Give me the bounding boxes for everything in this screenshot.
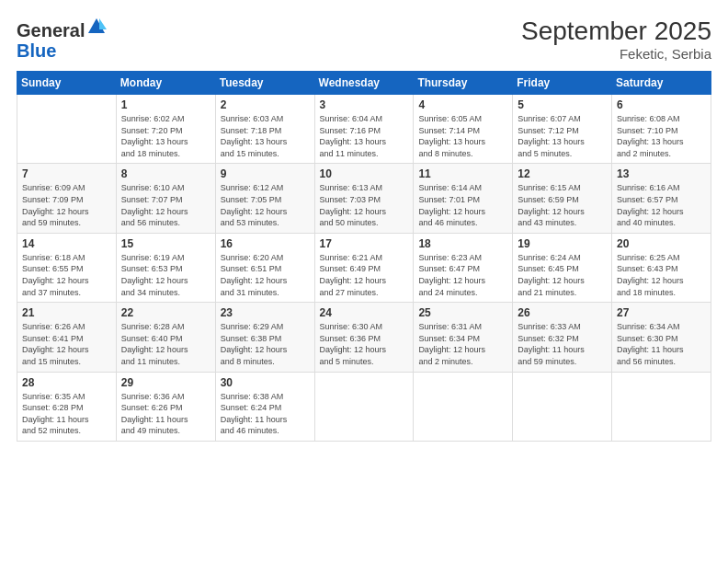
day-number: 29 [121,376,210,389]
day-number: 27 [617,306,706,319]
calendar-cell: 21Sunrise: 6:26 AM Sunset: 6:41 PM Dayli… [17,303,117,372]
calendar-week-row: 28Sunrise: 6:35 AM Sunset: 6:28 PM Dayli… [17,372,711,441]
calendar-cell: 7Sunrise: 6:09 AM Sunset: 7:09 PM Daylig… [17,164,117,233]
cell-info: Sunrise: 6:02 AM Sunset: 7:20 PM Dayligh… [121,113,210,159]
calendar-cell: 12Sunrise: 6:15 AM Sunset: 6:59 PM Dayli… [513,164,612,233]
calendar-cell: 23Sunrise: 6:29 AM Sunset: 6:38 PM Dayli… [215,303,314,372]
weekday-header: Thursday [414,72,513,95]
weekday-header: Wednesday [314,72,414,95]
calendar-cell: 29Sunrise: 6:36 AM Sunset: 6:26 PM Dayli… [116,372,215,441]
day-number: 5 [518,98,607,111]
calendar-week-row: 1Sunrise: 6:02 AM Sunset: 7:20 PM Daylig… [17,95,711,164]
day-number: 9 [221,167,310,180]
cell-info: Sunrise: 6:04 AM Sunset: 7:16 PM Dayligh… [320,113,409,159]
calendar-week-row: 14Sunrise: 6:18 AM Sunset: 6:55 PM Dayli… [17,233,711,302]
cell-info: Sunrise: 6:14 AM Sunset: 7:01 PM Dayligh… [418,182,507,228]
location: Feketic, Serbia [521,46,711,62]
day-number: 26 [518,306,607,319]
day-number: 19 [518,237,607,250]
month-title: September 2025 [521,17,711,46]
calendar-cell: 24Sunrise: 6:30 AM Sunset: 6:36 PM Dayli… [314,303,414,372]
calendar-cell: 30Sunrise: 6:38 AM Sunset: 6:24 PM Dayli… [215,372,314,441]
cell-info: Sunrise: 6:08 AM Sunset: 7:10 PM Dayligh… [617,113,706,159]
day-number: 23 [221,306,310,319]
day-number: 16 [221,237,310,250]
cell-info: Sunrise: 6:05 AM Sunset: 7:14 PM Dayligh… [418,113,507,159]
logo-blue-text: Blue [17,40,56,61]
cell-info: Sunrise: 6:24 AM Sunset: 6:45 PM Dayligh… [518,252,607,298]
calendar-cell: 2Sunrise: 6:03 AM Sunset: 7:18 PM Daylig… [215,95,314,164]
cell-info: Sunrise: 6:28 AM Sunset: 6:40 PM Dayligh… [121,321,210,367]
day-number: 13 [617,167,706,180]
day-number: 17 [320,237,409,250]
weekday-header: Monday [116,72,215,95]
day-number: 3 [320,98,409,111]
calendar-cell [513,372,612,441]
cell-info: Sunrise: 6:20 AM Sunset: 6:51 PM Dayligh… [221,252,310,298]
calendar-cell: 3Sunrise: 6:04 AM Sunset: 7:16 PM Daylig… [314,95,414,164]
logo-icon [86,17,107,37]
calendar-cell: 16Sunrise: 6:20 AM Sunset: 6:51 PM Dayli… [215,233,314,302]
day-number: 11 [418,167,507,180]
cell-info: Sunrise: 6:21 AM Sunset: 6:49 PM Dayligh… [320,252,409,298]
calendar-cell: 20Sunrise: 6:25 AM Sunset: 6:43 PM Dayli… [612,233,711,302]
day-number: 22 [121,306,210,319]
calendar-week-row: 21Sunrise: 6:26 AM Sunset: 6:41 PM Dayli… [17,303,711,372]
logo-general-text: General [17,20,85,40]
cell-info: Sunrise: 6:38 AM Sunset: 6:24 PM Dayligh… [221,391,310,437]
calendar-cell: 14Sunrise: 6:18 AM Sunset: 6:55 PM Dayli… [17,233,117,302]
cell-info: Sunrise: 6:16 AM Sunset: 6:57 PM Dayligh… [617,182,706,228]
calendar-cell: 1Sunrise: 6:02 AM Sunset: 7:20 PM Daylig… [116,95,215,164]
calendar-cell: 22Sunrise: 6:28 AM Sunset: 6:40 PM Dayli… [116,303,215,372]
cell-info: Sunrise: 6:18 AM Sunset: 6:55 PM Dayligh… [22,252,111,298]
cell-info: Sunrise: 6:34 AM Sunset: 6:30 PM Dayligh… [617,321,706,367]
weekday-header: Sunday [17,72,117,95]
cell-info: Sunrise: 6:12 AM Sunset: 7:05 PM Dayligh… [221,182,310,228]
cell-info: Sunrise: 6:15 AM Sunset: 6:59 PM Dayligh… [518,182,607,228]
cell-info: Sunrise: 6:25 AM Sunset: 6:43 PM Dayligh… [617,252,706,298]
calendar-week-row: 7Sunrise: 6:09 AM Sunset: 7:09 PM Daylig… [17,164,711,233]
cell-info: Sunrise: 6:33 AM Sunset: 6:32 PM Dayligh… [518,321,607,367]
calendar-cell [17,95,117,164]
calendar-cell: 13Sunrise: 6:16 AM Sunset: 6:57 PM Dayli… [612,164,711,233]
calendar-cell: 25Sunrise: 6:31 AM Sunset: 6:34 PM Dayli… [414,303,513,372]
calendar-cell: 19Sunrise: 6:24 AM Sunset: 6:45 PM Dayli… [513,233,612,302]
day-number: 2 [221,98,310,111]
calendar-cell: 8Sunrise: 6:10 AM Sunset: 7:07 PM Daylig… [116,164,215,233]
day-number: 4 [418,98,507,111]
cell-info: Sunrise: 6:30 AM Sunset: 6:36 PM Dayligh… [320,321,409,367]
cell-info: Sunrise: 6:26 AM Sunset: 6:41 PM Dayligh… [22,321,111,367]
calendar-cell: 11Sunrise: 6:14 AM Sunset: 7:01 PM Dayli… [414,164,513,233]
day-number: 24 [320,306,409,319]
day-number: 25 [418,306,507,319]
day-number: 20 [617,237,706,250]
cell-info: Sunrise: 6:23 AM Sunset: 6:47 PM Dayligh… [418,252,507,298]
calendar-cell: 6Sunrise: 6:08 AM Sunset: 7:10 PM Daylig… [612,95,711,164]
calendar-cell: 26Sunrise: 6:33 AM Sunset: 6:32 PM Dayli… [513,303,612,372]
calendar-cell: 18Sunrise: 6:23 AM Sunset: 6:47 PM Dayli… [414,233,513,302]
cell-info: Sunrise: 6:36 AM Sunset: 6:26 PM Dayligh… [121,391,210,437]
cell-info: Sunrise: 6:10 AM Sunset: 7:07 PM Dayligh… [121,182,210,228]
day-number: 1 [121,98,210,111]
cell-info: Sunrise: 6:13 AM Sunset: 7:03 PM Dayligh… [320,182,409,228]
cell-info: Sunrise: 6:35 AM Sunset: 6:28 PM Dayligh… [22,391,111,437]
day-number: 14 [22,237,111,250]
cell-info: Sunrise: 6:07 AM Sunset: 7:12 PM Dayligh… [518,113,607,159]
calendar-header-row: SundayMondayTuesdayWednesdayThursdayFrid… [17,72,711,95]
day-number: 30 [221,376,310,389]
cell-info: Sunrise: 6:29 AM Sunset: 6:38 PM Dayligh… [221,321,310,367]
calendar-cell [314,372,414,441]
day-number: 8 [121,167,210,180]
header: General Blue September 2025 Feketic, Ser… [17,17,711,62]
calendar-cell: 28Sunrise: 6:35 AM Sunset: 6:28 PM Dayli… [17,372,117,441]
cell-info: Sunrise: 6:09 AM Sunset: 7:09 PM Dayligh… [22,182,111,228]
weekday-header: Friday [513,72,612,95]
calendar-cell: 10Sunrise: 6:13 AM Sunset: 7:03 PM Dayli… [314,164,414,233]
calendar-cell [414,372,513,441]
calendar-cell: 17Sunrise: 6:21 AM Sunset: 6:49 PM Dayli… [314,233,414,302]
day-number: 10 [320,167,409,180]
cell-info: Sunrise: 6:19 AM Sunset: 6:53 PM Dayligh… [121,252,210,298]
calendar-cell: 9Sunrise: 6:12 AM Sunset: 7:05 PM Daylig… [215,164,314,233]
cell-info: Sunrise: 6:03 AM Sunset: 7:18 PM Dayligh… [221,113,310,159]
calendar-cell: 5Sunrise: 6:07 AM Sunset: 7:12 PM Daylig… [513,95,612,164]
